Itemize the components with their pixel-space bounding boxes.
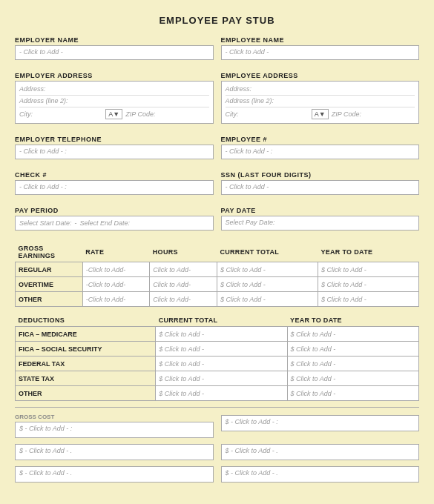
totals-row-3: $ - Click to Add - . $ - Click to Add - …	[15, 466, 419, 483]
gross-ytd-cell[interactable]: $ Click to Add -	[318, 277, 418, 292]
check-number-input[interactable]: - Click to Add - :	[15, 180, 214, 195]
deductions-header: DEDUCTIONS	[16, 314, 156, 327]
gross-current-cell[interactable]: $ Click to Add -	[217, 292, 318, 307]
pay-period-group: PAY PERIOD Select Start Date: - Select E…	[15, 207, 214, 231]
ded-current-cell[interactable]: $ Click to Add -	[156, 327, 287, 342]
ytd-header: YEAR TO DATE	[318, 242, 418, 262]
ded-row-label: OTHER	[16, 386, 156, 401]
gross-ytd-cell[interactable]: $ Click to Add -	[318, 262, 418, 277]
ded-row-label: FICA – SOCIAL SECURITY	[16, 342, 156, 357]
deductions-row: OTHER $ Click to Add - $ Click to Add -	[16, 386, 419, 401]
gross-total-label: GROSS COST	[15, 414, 214, 420]
gross-total-val-left[interactable]: $ - Click to Add - :	[15, 422, 214, 438]
employer-name-input[interactable]: - Click to Add -	[15, 45, 214, 60]
gross-row-label: REGULAR	[16, 262, 83, 277]
deductions-row: FICA – SOCIAL SECURITY $ Click to Add - …	[16, 342, 419, 357]
pay-period-label: PAY PERIOD	[15, 207, 214, 214]
ded-current-cell[interactable]: $ Click to Add -	[156, 371, 287, 386]
ded-row-label: FICA – MEDICARE	[16, 327, 156, 342]
gross-ytd-cell[interactable]: $ Click to Add -	[318, 292, 418, 307]
ded-ytd-cell[interactable]: $ Click to Add -	[287, 327, 418, 342]
ssn-label: SSN (LAST FOUR DIGITS)	[221, 171, 420, 179]
ded-row-label: STATE TAX	[16, 371, 156, 386]
check-number-group: CHECK # - Click to Add - :	[15, 171, 214, 195]
employee-name-label: EMPLOYEE NAME	[221, 36, 420, 44]
ded-current-cell[interactable]: $ Click to Add -	[156, 357, 287, 371]
employee-address-line2[interactable]: Address (line 2):	[226, 96, 415, 107]
ytd-total-right: $ - Click to Add - .	[221, 466, 420, 483]
gross-earnings-row: OVERTIME -Click to Add- Click to Add- $ …	[16, 277, 419, 292]
ded-row-label: FEDERAL TAX	[16, 357, 156, 371]
gross-rate-cell[interactable]: -Click to Add-	[82, 277, 150, 292]
employee-address-label: EMPLOYEE ADDRESS	[221, 72, 420, 79]
employer-zip-label[interactable]: ZIP Code:	[125, 110, 208, 118]
totals-section: GROSS COST $ - Click to Add - : $ - Clic…	[15, 407, 419, 483]
pay-date-label: PAY DATE	[221, 207, 420, 214]
pay-date-input[interactable]: Select Pay Date:	[221, 216, 420, 231]
ded-ytd-cell[interactable]: $ Click to Add -	[287, 357, 418, 371]
gross-rate-cell[interactable]: -Click to Add-	[82, 262, 150, 277]
employee-city-zip: City: A ▼ ZIP Code:	[226, 107, 415, 121]
employer-city-zip: City: A ▼ ZIP Code:	[19, 107, 209, 121]
rate-header: RATE	[82, 242, 150, 262]
gross-earnings-table: GROSS EARNINGS RATE HOURS CURRENT TOTAL …	[15, 242, 419, 307]
ded-ytd-cell[interactable]: $ Click to Add -	[287, 386, 418, 401]
ded-current-cell[interactable]: $ Click to Add -	[156, 342, 287, 357]
employee-name-group: EMPLOYEE NAME - Click to Add -	[221, 36, 420, 60]
employer-telephone-input[interactable]: - Click to Add - :	[15, 145, 214, 159]
deductions-table: DEDUCTIONS CURRENT TOTAL YEAR TO DATE FI…	[15, 314, 419, 401]
gross-total-right: $ - Click to Add - :	[221, 414, 420, 438]
deductions-row: FICA – MEDICARE $ Click to Add - $ Click…	[16, 327, 419, 342]
employee-number-group: EMPLOYEE # - Click to Add - :	[221, 136, 420, 159]
employee-city-label[interactable]: City:	[226, 110, 309, 118]
gross-earnings-row: REGULAR -Click to Add- Click to Add- $ C…	[16, 262, 419, 277]
pay-period-dash: -	[75, 219, 77, 227]
net-pay-val-left[interactable]: $ - Click to Add - .	[15, 444, 214, 460]
pay-period-start[interactable]: Select Start Date:	[19, 219, 72, 227]
employee-address-box: Address: Address (line 2): City: A ▼ ZIP…	[221, 81, 420, 124]
employer-name-group: EMPLOYER NAME - Click to Add -	[15, 36, 214, 60]
ssn-group: SSN (LAST FOUR DIGITS) - Click to Add -	[221, 171, 420, 195]
ssn-input[interactable]: - Click to Add -	[221, 180, 420, 195]
gross-row-label: OVERTIME	[16, 277, 83, 292]
net-pay-left: $ - Click to Add - .	[15, 444, 214, 460]
gross-earnings-header: GROSS EARNINGS	[16, 242, 83, 262]
gross-total-val-right[interactable]: $ - Click to Add - :	[221, 415, 420, 431]
net-pay-val-right[interactable]: $ - Click to Add - .	[221, 444, 420, 460]
employer-telephone-label: EMPLOYER TELEPHONE	[15, 136, 214, 143]
employee-address-line1[interactable]: Address:	[226, 84, 415, 96]
gross-current-cell[interactable]: $ Click to Add -	[217, 262, 318, 277]
employer-city-label[interactable]: City:	[19, 110, 102, 118]
net-pay-right: $ - Click to Add - .	[221, 444, 420, 460]
totals-row-1: GROSS COST $ - Click to Add - : $ - Clic…	[15, 414, 419, 438]
employee-name-input[interactable]: - Click to Add -	[221, 45, 420, 60]
employee-zip-label[interactable]: ZIP Code:	[332, 110, 415, 118]
pay-period-row: Select Start Date: - Select End Date:	[15, 216, 214, 231]
totals-row-2: $ - Click to Add - . $ - Click to Add - …	[15, 444, 419, 460]
pay-date-group: PAY DATE Select Pay Date:	[221, 207, 420, 231]
divider-1	[15, 407, 419, 408]
ded-ytd-cell[interactable]: $ Click to Add -	[287, 371, 418, 386]
ytd-total-val-right[interactable]: $ - Click to Add - .	[221, 466, 420, 483]
employee-number-input[interactable]: - Click to Add - :	[221, 145, 420, 159]
employer-address-box: Address: Address (line 2): City: A ▼ ZIP…	[15, 81, 214, 124]
employee-state-select[interactable]: A ▼	[312, 109, 329, 119]
ded-ytd-cell[interactable]: $ Click to Add -	[287, 342, 418, 357]
gross-hours-cell[interactable]: Click to Add-	[150, 277, 217, 292]
deductions-ytd-header: YEAR TO DATE	[287, 314, 418, 327]
employee-address-group: EMPLOYEE ADDRESS Address: Address (line …	[221, 72, 420, 124]
pay-period-end[interactable]: Select End Date:	[80, 219, 131, 227]
gross-hours-cell[interactable]: Click to Add-	[150, 292, 217, 307]
ytd-total-val-left[interactable]: $ - Click to Add - .	[15, 466, 214, 483]
gross-current-cell[interactable]: $ Click to Add -	[217, 277, 318, 292]
employer-address-line2[interactable]: Address (line 2):	[19, 96, 209, 107]
gross-earnings-row: OTHER -Click to Add- Click to Add- $ Cli…	[16, 292, 419, 307]
employer-address-line1[interactable]: Address:	[19, 84, 209, 96]
deductions-row: FEDERAL TAX $ Click to Add - $ Click to …	[16, 357, 419, 371]
employer-telephone-group: EMPLOYER TELEPHONE - Click to Add - :	[15, 136, 214, 159]
employer-state-select[interactable]: A ▼	[105, 109, 122, 119]
gross-rate-cell[interactable]: -Click to Add-	[82, 292, 150, 307]
ded-current-cell[interactable]: $ Click to Add -	[156, 386, 287, 401]
gross-hours-cell[interactable]: Click to Add-	[150, 262, 217, 277]
ytd-total-left: $ - Click to Add - .	[15, 466, 214, 483]
